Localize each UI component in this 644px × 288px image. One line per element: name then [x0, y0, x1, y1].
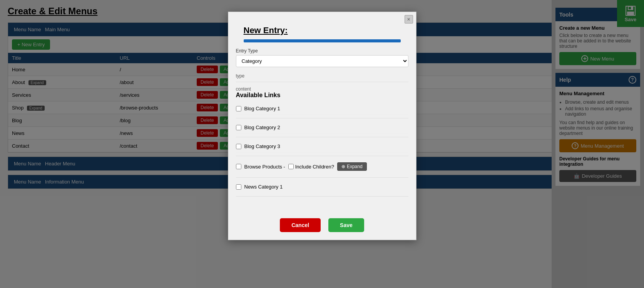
- list-item: Browse Products - Include Children? ⊕ Ex…: [236, 159, 408, 174]
- link-checkbox[interactable]: [236, 164, 241, 169]
- type-divider: [236, 82, 408, 82]
- include-children-row: Include Children?: [288, 164, 334, 170]
- link-label: Blog Category 3: [244, 143, 408, 149]
- link-divider: [236, 137, 408, 137]
- entry-type-field: Entry Type Category Page URL Module: [236, 48, 408, 73]
- modal-blue-bar: [244, 39, 401, 42]
- link-label: Blog Category 2: [244, 125, 408, 130]
- plus-circle-icon: ⊕: [341, 164, 345, 169]
- content-label: content: [236, 86, 251, 92]
- browse-products-row: Browse Products - Include Children? ⊕ Ex…: [244, 162, 367, 171]
- modal-close-button[interactable]: ×: [405, 15, 413, 24]
- save-modal-button[interactable]: Save: [328, 218, 364, 232]
- list-item: Blog Category 2: [236, 121, 408, 134]
- type-row: type: [236, 73, 408, 82]
- available-links-title: Available Links: [236, 92, 408, 99]
- content-row: content Available Links Blog Category 1 …: [236, 86, 408, 199]
- list-item: News Category 1: [236, 181, 408, 193]
- modal-title-area: New Entry:: [228, 12, 416, 42]
- link-label: Blog Category 1: [244, 106, 408, 111]
- entry-type-select[interactable]: Category Page URL Module: [236, 55, 408, 67]
- expand-label: Expand: [347, 164, 363, 169]
- link-divider: [236, 156, 408, 156]
- expand-button[interactable]: ⊕ Expand: [337, 162, 367, 171]
- link-label: News Category 1: [244, 184, 408, 190]
- content-section: Available Links Blog Category 1 Blog Cat…: [236, 92, 408, 199]
- modal-title: New Entry:: [236, 18, 408, 39]
- list-item: Blog Category 1: [236, 103, 408, 115]
- entry-type-label: Entry Type: [236, 48, 408, 54]
- link-divider: [236, 196, 408, 197]
- link-checkbox[interactable]: [236, 184, 241, 190]
- available-links-list: Blog Category 1 Blog Category 2 Blog Cat…: [236, 103, 408, 199]
- new-entry-modal: × New Entry: Entry Type Category Page UR…: [228, 12, 417, 240]
- modal-inner: Entry Type Category Page URL Module type…: [228, 48, 416, 211]
- list-item: Blog Category 3: [236, 140, 408, 153]
- type-label: type: [236, 73, 245, 79]
- link-divider: [236, 118, 408, 118]
- link-checkbox[interactable]: [236, 106, 241, 111]
- include-children-checkbox[interactable]: [288, 164, 294, 169]
- link-divider: [236, 177, 408, 178]
- modal-footer: Cancel Save: [228, 211, 416, 240]
- link-checkbox[interactable]: [236, 125, 241, 130]
- link-checkbox[interactable]: [236, 144, 241, 149]
- include-children-label: Include Children?: [295, 164, 334, 170]
- cancel-button[interactable]: Cancel: [280, 218, 321, 232]
- browse-products-label: Browse Products -: [244, 164, 285, 170]
